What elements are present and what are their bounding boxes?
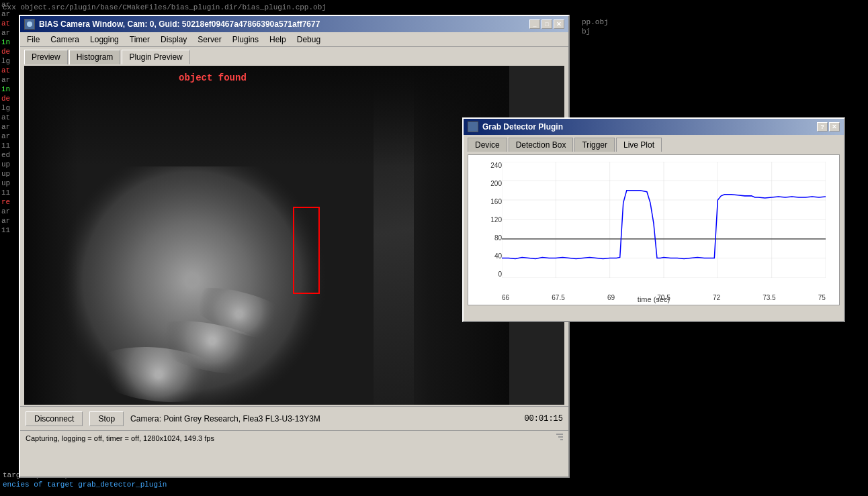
terminal-line: re (0, 197, 20, 207)
x-label: 75 (818, 294, 826, 301)
close-button[interactable]: ✕ (554, 19, 564, 29)
terminal-line: ar (0, 216, 20, 226)
menu-item-display[interactable]: Display (157, 34, 191, 46)
menu-item-timer[interactable]: Timer (126, 34, 154, 46)
menu-item-help[interactable]: Help (265, 34, 290, 46)
menu-item-debug[interactable]: Debug (293, 34, 324, 46)
gd-tab-live-plot[interactable]: Live Plot (616, 138, 662, 152)
terminal-line: ar (0, 132, 20, 141)
terminal-line: at (0, 113, 20, 122)
resize-grip (554, 434, 563, 443)
detection-box (293, 207, 320, 294)
terminal-line: ar (0, 28, 20, 38)
terminal-line: up (0, 169, 20, 179)
terminal-line: at (0, 66, 20, 75)
terminal-line: ar (0, 207, 20, 216)
terminal-line: ed (0, 150, 20, 160)
minimize-button[interactable]: _ (529, 19, 540, 29)
window-controls: _ □ ✕ (529, 19, 564, 29)
x-label: 69 (607, 294, 615, 301)
y-label: 80 (494, 234, 502, 242)
grab-detector-title: Grab Detector Plugin (482, 122, 817, 132)
disconnect-button[interactable]: Disconnect (26, 411, 83, 426)
terminal-line: up (0, 160, 20, 169)
x-label: 72 (713, 294, 720, 301)
menu-item-server[interactable]: Server (193, 34, 225, 46)
tabbar: PreviewHistogramPlugin Preview (20, 47, 568, 64)
terminal-line: 11 (0, 226, 20, 235)
terminal-line: ar (0, 122, 20, 132)
terminal-line: ar (0, 9, 20, 19)
status-text: Capturing, logging = off, timer = off, 1… (26, 434, 214, 442)
bias-title: BIAS Camera Window, Cam: 0, Guid: 50218e… (39, 19, 529, 29)
y-axis: 24020016012080400 (472, 162, 502, 278)
menu-item-plugins[interactable]: Plugins (228, 34, 263, 46)
terminal-line: up (0, 179, 20, 188)
terminal-line: 11 (0, 188, 20, 197)
x-label: 73.5 (763, 294, 775, 301)
menu-item-camera[interactable]: Camera (46, 34, 83, 46)
bottom-terminal-line: encies of target grab_detector_plugin (3, 480, 865, 489)
y-label: 120 (490, 216, 502, 224)
y-label: 240 (490, 162, 502, 169)
svg-rect-2 (468, 122, 478, 132)
x-label: 67.5 (552, 294, 564, 301)
tab-histogram[interactable]: Histogram (69, 50, 121, 64)
grab-detector-icon (468, 121, 478, 132)
maximize-button[interactable]: □ (541, 19, 552, 29)
terminal-line: de (0, 94, 20, 103)
terminal-line: in (0, 38, 20, 47)
y-label: 200 (490, 180, 502, 187)
grab-close-button[interactable]: ✕ (829, 122, 840, 132)
gd-tab-trigger[interactable]: Trigger (574, 138, 615, 152)
menubar: FileCameraLoggingTimerDisplayServerPlugi… (20, 32, 568, 47)
grab-detector-titlebar: Grab Detector Plugin ? ✕ (464, 119, 844, 135)
terminal-line: lg (0, 56, 20, 66)
terminal-line: 11 (0, 141, 20, 150)
y-label: 40 (494, 252, 502, 260)
terminal-line: in (0, 85, 20, 94)
gd-tab-detection-box[interactable]: Detection Box (509, 138, 574, 152)
y-label: 160 (490, 198, 502, 205)
grab-detector-tabbar: DeviceDetection BoxTriggerLive Plot (464, 135, 844, 152)
grab-detector-window: Grab Detector Plugin ? ✕ DeviceDetection… (462, 117, 845, 322)
grab-detector-controls: ? ✕ (817, 122, 840, 132)
bottom-controls: Disconnect Stop Camera: Point Grey Resea… (20, 406, 568, 430)
status-bar: Capturing, logging = off, timer = off, 1… (20, 430, 568, 445)
x-axis-title: time (sec) (638, 295, 670, 303)
svg-point-1 (27, 21, 32, 27)
bias-titlebar: BIAS Camera Window, Cam: 0, Guid: 50218e… (20, 16, 568, 32)
camera-info: Camera: Point Grey Research, Flea3 FL3-U… (130, 414, 517, 424)
tab-plugin-preview[interactable]: Plugin Preview (122, 50, 189, 64)
terminal-line: ar (0, 75, 20, 85)
left-terminal: araratarindelgatarindelgatarar11edupupup… (0, 0, 20, 496)
x-label: 66 (502, 294, 509, 301)
timer-display: 00:01:15 (524, 414, 563, 424)
grab-help-button[interactable]: ? (817, 122, 828, 132)
menu-item-file[interactable]: File (23, 34, 44, 46)
terminal-line: de (0, 47, 20, 56)
live-plot: 24020016012080400 (468, 154, 840, 305)
tab-preview[interactable]: Preview (24, 50, 68, 64)
top-terminal-line: cxx object.src/plugin/base/CMakeFiles/bi… (0, 0, 868, 15)
stop-button[interactable]: Stop (89, 411, 124, 426)
terminal-line: lg (0, 103, 20, 113)
gd-tab-device[interactable]: Device (468, 138, 507, 152)
terminal-line: ar (0, 0, 20, 9)
camera-image: object found (24, 66, 509, 405)
menu-item-logging[interactable]: Logging (86, 34, 123, 46)
terminal-line: at (0, 19, 20, 28)
plot-area (502, 162, 826, 278)
window-icon (24, 19, 35, 30)
object-found-label: object found (179, 72, 247, 83)
